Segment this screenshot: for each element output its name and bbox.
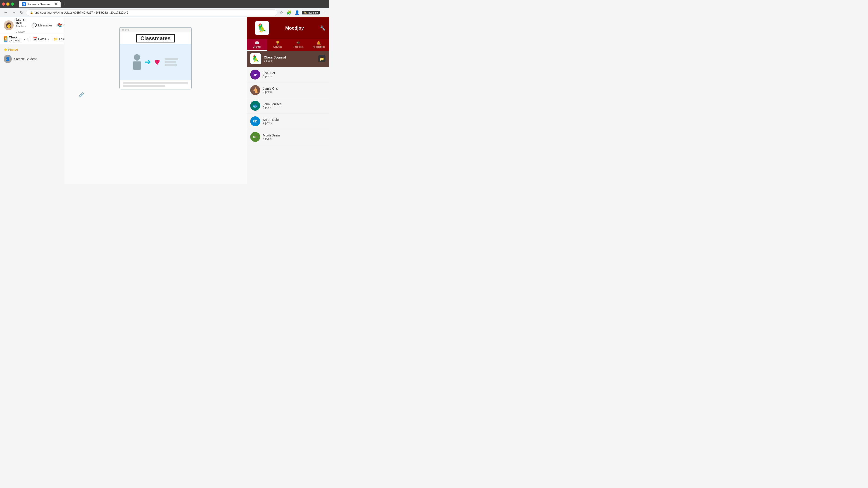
- sidebar-content: ⭐ Pinned 👤 Sample Student: [0, 45, 64, 184]
- post-card: Classmates ➜ ♥: [119, 27, 192, 90]
- student-ms-name: Mordi Seem: [263, 133, 280, 137]
- class-journal-avatar: 🦜: [250, 53, 261, 64]
- avatar-kd: KD: [250, 116, 260, 126]
- moodjoy-mascot: 🦜: [255, 21, 269, 35]
- bookmark-icon[interactable]: ☆: [279, 9, 284, 16]
- dot-3: [127, 29, 129, 31]
- nav-arrow-right-icon: ›: [48, 37, 49, 41]
- student-kd-name: Karen Dale: [263, 118, 279, 122]
- refresh-button[interactable]: ↻: [19, 9, 25, 16]
- class-name: Class Journal: [9, 35, 22, 43]
- browser-chrome: S Journal - Seesaw ✕ +: [0, 0, 329, 8]
- user-avatar[interactable]: 👩: [4, 20, 13, 30]
- tab-close-icon[interactable]: ✕: [55, 2, 57, 6]
- student-jc-name: Jamie Cris: [263, 87, 278, 90]
- browser-tab[interactable]: S Journal - Seesaw ✕: [19, 1, 61, 7]
- menu-icon[interactable]: ⋮: [321, 9, 327, 16]
- address-field[interactable]: 🔒 app.seesaw.me/#/class/class.e01bf4c2-9…: [26, 9, 277, 16]
- dates-button[interactable]: 📅 Dates: [33, 37, 46, 41]
- class-journal-item[interactable]: 🦜 Class Journal 8 posts 📁: [247, 51, 329, 67]
- notifications-tab-label: Notifications: [313, 46, 325, 48]
- person-head: [134, 54, 140, 61]
- tab-title: Journal - Seesaw: [28, 2, 50, 6]
- settings-button[interactable]: 🔧: [320, 25, 326, 31]
- card-title: Classmates: [136, 34, 175, 42]
- arrow-icon: ➜: [144, 57, 151, 67]
- student-item-kd[interactable]: KD Karen Dale 4 posts: [247, 113, 329, 129]
- avatar-jp: JP: [250, 70, 260, 79]
- class-journal-name: Class Journal: [264, 55, 286, 59]
- card-bottom-lines: [120, 80, 191, 89]
- student-item[interactable]: 👤 Sample Student: [4, 54, 61, 64]
- messages-icon: 💬: [32, 23, 37, 28]
- card-title-area: Classmates: [120, 32, 191, 44]
- folder-button[interactable]: 📁: [318, 55, 326, 62]
- avatar-ms: MS: [250, 132, 260, 142]
- student-jp-posts: 6 posts: [263, 75, 275, 78]
- dropdown-arrow-icon: ▾: [24, 37, 25, 41]
- student-item-jl[interactable]: 🐟 John Louises 5 posts: [247, 98, 329, 113]
- tab-progress[interactable]: 🎓 Progress: [288, 39, 309, 51]
- heart-icon: ♥: [154, 56, 160, 68]
- person-figure: [133, 54, 141, 70]
- student-jp-info: Jack Pot 6 posts: [263, 71, 275, 78]
- extensions-icon[interactable]: 🧩: [285, 9, 292, 16]
- window-min[interactable]: [6, 2, 9, 6]
- library-icon: 📚: [57, 23, 62, 28]
- moodjoy-title: Moodjoy: [269, 26, 320, 31]
- activities-tab-icon: 💡: [275, 41, 280, 45]
- messages-label: Messages: [38, 24, 53, 27]
- student-kd-posts: 4 posts: [263, 122, 279, 125]
- messages-link[interactable]: 💬 Messages: [32, 23, 53, 28]
- user-details: Lauren Deli Teacher - 2 Classes: [16, 18, 26, 33]
- avatar-jl: 🐟: [250, 101, 260, 111]
- back-button[interactable]: ←: [2, 9, 9, 16]
- student-ms-info: Mordi Seem 4 posts: [263, 133, 280, 140]
- moodjoy-header: 🦜 Moodjoy 🔧: [247, 17, 329, 39]
- student-jl-name: John Louises: [263, 102, 282, 106]
- profile-icon[interactable]: 👤: [293, 9, 301, 16]
- main-content: Classmates ➜ ♥: [64, 17, 247, 184]
- dot-2: [125, 29, 127, 31]
- user-name: Lauren Deli: [16, 18, 26, 25]
- link-icon-button[interactable]: 🔗: [79, 92, 84, 97]
- forward-button[interactable]: →: [10, 9, 17, 16]
- student-item-jc[interactable]: 🐴 Jamie Cris 0 posts: [247, 83, 329, 98]
- prev-nav-button[interactable]: ‹: [27, 37, 28, 41]
- left-panel: 👩 Lauren Deli Teacher - 2 Classes 💬 Mess…: [0, 17, 64, 184]
- person-body: [133, 61, 141, 70]
- secure-icon: 🔒: [30, 11, 33, 14]
- tab-notifications[interactable]: 🔔 Notifications: [309, 39, 329, 51]
- tab-favicon: S: [22, 2, 26, 6]
- students-list: JP Jack Pot 6 posts 🐴 Jamie Cris 0 posts…: [247, 67, 329, 184]
- class-selector[interactable]: 📔 Class Journal ▾: [4, 35, 25, 43]
- window-max[interactable]: [11, 2, 14, 6]
- new-tab-button[interactable]: +: [63, 2, 65, 6]
- student-item-ms[interactable]: MS Mordi Seem 4 posts: [247, 129, 329, 145]
- notifications-tab-icon: 🔔: [316, 41, 321, 45]
- dot-1: [122, 29, 124, 31]
- class-journal-posts: 8 posts: [264, 59, 286, 62]
- journal-tab-label: Journal: [253, 46, 260, 48]
- pinned-label: ⭐ Pinned: [4, 48, 61, 51]
- activities-tab-label: Activities: [273, 46, 282, 48]
- window-close[interactable]: [2, 2, 5, 6]
- tab-activities[interactable]: 💡 Activities: [267, 39, 288, 51]
- url-text: app.seesaw.me/#/class/class.e01bf4c2-9a2…: [35, 11, 128, 14]
- pinned-section: ⭐ Pinned 👤 Sample Student: [4, 48, 61, 64]
- card-lines-right: [164, 58, 178, 66]
- card-image-area: ➜ ♥: [120, 44, 191, 80]
- right-panel: 🦜 Moodjoy 🔧 📖 Journal 💡 Activities 🎓 Pro…: [247, 17, 329, 184]
- student-item-jp[interactable]: JP Jack Pot 6 posts: [247, 67, 329, 83]
- journal-tab-icon: 📖: [255, 41, 259, 45]
- dates-label: Dates: [38, 37, 46, 41]
- folder-icon: 📁: [53, 37, 58, 41]
- tab-journal[interactable]: 📖 Journal: [247, 39, 267, 51]
- progress-tab-icon: 🎓: [296, 41, 301, 45]
- separator: |: [30, 37, 31, 41]
- star-icon: ⭐: [4, 48, 7, 51]
- class-journal-info: Class Journal 8 posts: [264, 55, 286, 62]
- student-jc-posts: 0 posts: [263, 90, 278, 94]
- filter-bar: 📔 Class Journal ▾ ‹ | 📅 Dates › | 📁 Fold…: [0, 33, 64, 45]
- address-bar-row: ← → ↻ 🔒 app.seesaw.me/#/class/class.e01b…: [0, 8, 329, 17]
